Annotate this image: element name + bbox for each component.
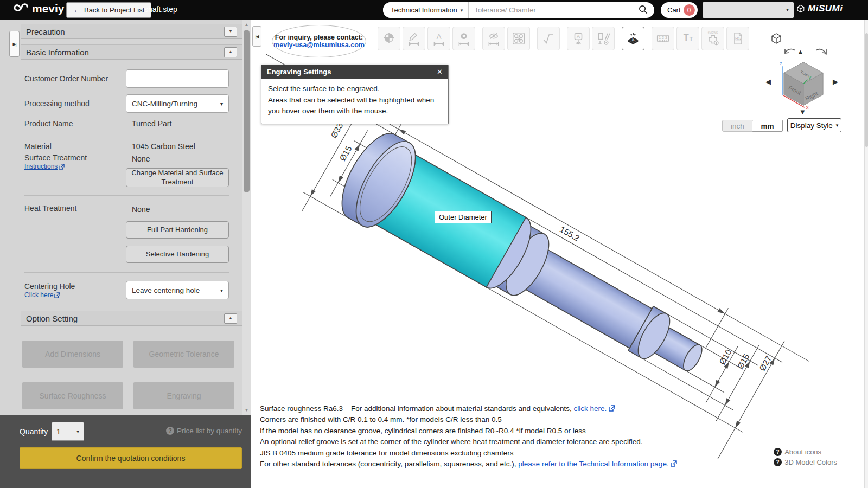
svg-text:6VIEWS: 6VIEWS (708, 31, 718, 34)
cart-button[interactable]: Cart 0 (661, 2, 698, 18)
external-link-icon (54, 292, 60, 298)
engraving-tool-button[interactable]: A (622, 27, 644, 50)
page-scrollbar-thumb[interactable] (865, 33, 868, 147)
page-scrollbar[interactable] (864, 20, 868, 488)
rotate-view-left-icon[interactable]: ◀ (765, 78, 771, 85)
centering-hole-select[interactable]: Leave centering hole ▾ (126, 281, 229, 299)
note-text: Corners are finished with C/R 0.1 to 0.4… (260, 415, 502, 423)
material-label: Material (24, 142, 52, 151)
chevron-down-icon: ▾ (220, 287, 223, 293)
instructions-link[interactable]: Instructions (24, 163, 65, 170)
price-list-link[interactable]: ? Price list by quantity (166, 427, 242, 435)
section-basic-information: Basic Information ▲ (21, 44, 242, 60)
confirm-quotation-button[interactable]: Confirm the quotation conditions (20, 447, 242, 469)
text-annotation-button[interactable]: TT (676, 27, 699, 50)
six-views-button[interactable]: 6VIEWS (701, 27, 724, 50)
unit-mm-button[interactable]: mm (752, 120, 783, 132)
delete-dimension-button[interactable] (452, 27, 475, 50)
divider (24, 272, 229, 273)
six-views-icon: 6VIEWS (705, 30, 721, 47)
dimension-values-icon: 1 2 3 (656, 31, 670, 46)
search-input[interactable] (469, 6, 636, 14)
delete-dimension-icon (457, 31, 471, 46)
view-cube[interactable]: Top Front Right z x y (775, 58, 832, 110)
hole-settings-button[interactable] (507, 27, 530, 50)
meviy-logo[interactable]: meviy (12, 2, 65, 15)
model-colors-link[interactable]: ? 3D Model Colors (774, 458, 837, 466)
isometric-view-icon[interactable] (770, 33, 782, 44)
customer-order-number-label: Customer Order Number (24, 74, 108, 83)
collapse-main-icon: |◀ (255, 34, 258, 39)
centering-hole-value: Leave centering hole (132, 286, 200, 294)
edit-dimension-icon (407, 31, 421, 46)
chevron-down-icon: ▾ (786, 7, 789, 12)
selective-hardening-button[interactable]: Selective Hardening (126, 246, 229, 263)
engraving-button[interactable]: Engraving (133, 382, 234, 409)
svg-text:DXF: DXF (736, 37, 741, 40)
customer-order-number-input[interactable] (126, 69, 229, 88)
back-to-project-list-button[interactable]: ← Back to Project List (66, 2, 151, 18)
quantity-select[interactable]: 1 ▾ (52, 422, 84, 441)
model-viewer: 155.2 Ø33 Ø15 Ø10 Ø15 Ø27 (251, 20, 868, 488)
geometric-tolerance-button[interactable] (592, 27, 615, 50)
y-axis-label: y (809, 74, 812, 80)
display-style-button[interactable]: Display Style ▾ (787, 118, 841, 132)
dim-label-flange-dia: Ø33 (329, 121, 344, 139)
rotate-right-icon[interactable] (814, 47, 829, 59)
precaution-collapse-button[interactable]: ▼ (224, 27, 237, 37)
meviy-logo-icon (12, 3, 29, 14)
divider (24, 195, 229, 196)
click-here-link[interactable]: click here. (574, 404, 607, 413)
search-button[interactable] (636, 5, 654, 16)
question-icon: ? (166, 427, 174, 435)
dxf-export-button[interactable]: DXF (726, 27, 749, 50)
add-dimensions-button[interactable]: Add Dimensions (22, 341, 123, 368)
processing-method-select[interactable]: CNC-Milling/Turning ▾ (126, 94, 229, 113)
model-colors-label: 3D Model Colors (784, 458, 837, 466)
datum-label-icon: A (571, 31, 585, 46)
engraving-icon: A (626, 31, 640, 46)
search-icon (639, 5, 648, 14)
full-part-hardening-button[interactable]: Full Part Hardening (126, 221, 229, 239)
misumi-logo[interactable]: MiSUMi (796, 3, 843, 14)
technical-information-link[interactable]: please refer to the Technical Informatio… (518, 460, 668, 468)
settings-sidebar: ▶| Precaution ▼ Basic Information ▲ Cust… (0, 20, 251, 488)
viewer-collapse-handle[interactable]: |◀ (252, 26, 261, 47)
account-select[interactable]: ▾ (703, 2, 794, 18)
close-icon[interactable]: ✕ (437, 68, 443, 76)
dimension-values-button[interactable]: 1 2 3 (652, 27, 674, 50)
svg-text:A: A (577, 34, 580, 39)
scroll-down-icon[interactable]: ▼ (242, 408, 251, 413)
unit-inch-button[interactable]: inch (723, 120, 752, 131)
shaft-model[interactable] (330, 125, 722, 403)
option-collapse-button[interactable]: ▲ (224, 313, 237, 324)
scroll-up-icon[interactable]: ▲ (242, 22, 251, 27)
rotate-view-down-icon[interactable]: ▼ (799, 108, 806, 115)
triangle-up-icon: ▲ (228, 49, 233, 54)
geometric-tolerance-button[interactable]: Geometric Tolerance (133, 341, 234, 368)
rotate-left-icon[interactable] (782, 47, 797, 59)
sidebar-scrollbar-thumb[interactable] (244, 30, 250, 192)
rotate-view-right-icon[interactable]: ▶ (833, 78, 838, 85)
centering-hole-click-here-link[interactable]: Click here (24, 291, 60, 299)
surface-roughness-button[interactable]: Surface Roughness (22, 382, 123, 409)
popup-instruction-1: Select the surface to be engraved. (268, 84, 442, 95)
popup-header[interactable]: Engraving Settings ✕ (261, 65, 448, 79)
datum-label-button[interactable]: A (567, 27, 590, 50)
chevron-down-icon: ▾ (836, 123, 839, 128)
contact-bubble: For inquiry, please contact: meviy-usa@m… (272, 25, 366, 57)
surface-roughness-button[interactable] (537, 27, 560, 50)
edit-dimension-button[interactable] (403, 27, 425, 50)
sidebar-collapse-handle[interactable]: ▶| (9, 31, 20, 57)
sidebar-scrollbar[interactable]: ▲ ▼ (242, 20, 251, 415)
contact-email-link[interactable]: meviy-usa@misumiusa.com (273, 41, 365, 49)
rotate-up-icon[interactable]: ▲ (797, 48, 804, 55)
datum-target-button[interactable] (378, 27, 400, 50)
search-category-select[interactable]: Technical Information ▾ (383, 2, 469, 18)
about-icons-link[interactable]: ? About icons (774, 448, 821, 456)
text-dimension-button[interactable]: A (427, 27, 450, 50)
basic-collapse-button[interactable]: ▲ (224, 47, 237, 57)
change-material-button[interactable]: Change Material and Surface Treatment (126, 168, 229, 187)
hide-dimension-button[interactable] (482, 27, 505, 50)
note-text: Surface roughness Ra6.3 For additional i… (260, 404, 574, 413)
